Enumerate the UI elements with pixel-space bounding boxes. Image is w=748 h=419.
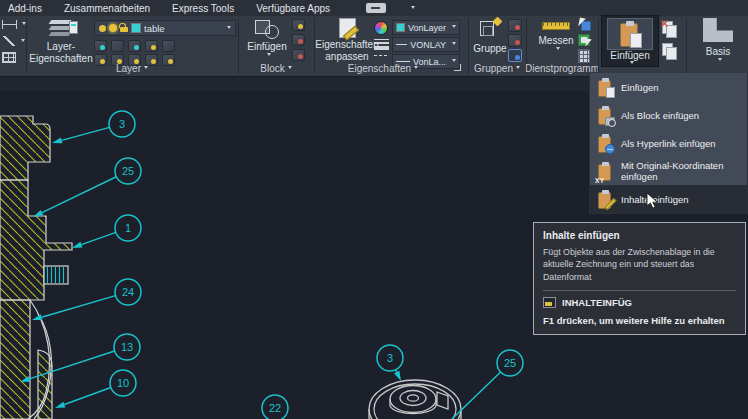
measure-button[interactable]: Messen	[534, 22, 578, 52]
layer-tool-icon[interactable]	[94, 40, 107, 52]
paste-button[interactable]: Einfügen	[602, 16, 658, 66]
chevron-down-icon	[267, 53, 271, 58]
menu-item-paste-as-block[interactable]: Als Block einfügen	[590, 101, 747, 129]
chevron-down-icon[interactable]	[411, 6, 415, 11]
dimension-icon	[2, 20, 17, 29]
callout-label: 13	[121, 341, 133, 353]
block-tool-icon[interactable]	[292, 49, 305, 61]
ribbon-toggle-icon[interactable]	[366, 3, 386, 13]
tooltip-command: INHALTEINFÜG	[562, 297, 632, 308]
menu-item-express-tools[interactable]: Express Tools	[172, 3, 234, 14]
section-part	[0, 116, 72, 419]
clipboard-tools	[662, 21, 677, 58]
insert-block-icon	[254, 18, 280, 40]
group-button[interactable]: Gruppe	[472, 18, 508, 54]
menu-bar: Add-ins Zusammenarbeiten Express Tools V…	[0, 0, 748, 16]
layer-unlock-icon	[120, 27, 128, 32]
layer-color-swatch	[131, 23, 141, 33]
layer-tool-icon[interactable]	[111, 40, 124, 52]
base-solid-icon	[703, 18, 733, 42]
menu-item-collaborate[interactable]: Zusammenarbeiten	[64, 3, 150, 14]
paste-as-hyperlink-icon	[598, 134, 613, 153]
menu-item-paste-as-hyperlink[interactable]: Als Hyperlink einfügen	[590, 129, 747, 157]
chevron-down-icon	[414, 66, 418, 71]
callout-label: 3	[387, 352, 393, 364]
callout-label: 25	[122, 165, 134, 177]
ribbon: Layer- Eigenschaften table Layer	[0, 16, 748, 76]
layers-icon	[46, 18, 76, 40]
insert-block-button[interactable]: Einfügen	[244, 18, 290, 58]
paste-icon	[620, 21, 640, 47]
match-properties-icon	[339, 18, 356, 38]
paste-as-block-icon	[598, 106, 613, 125]
group-tools	[508, 19, 522, 62]
property-type-icons	[374, 21, 389, 63]
tooltip-help-hint: F1 drücken, um weitere Hilfe zu erhalten	[543, 315, 736, 326]
layer-tool-icon[interactable]	[128, 40, 141, 52]
leader-tool[interactable]	[2, 36, 25, 46]
paste-dropdown-menu: Einfügen Als Block einfügen Als Hyperlin…	[589, 73, 748, 214]
group-selection-toggle[interactable]	[508, 49, 522, 62]
callout-label: 10	[117, 377, 129, 389]
mouse-cursor-icon	[646, 193, 660, 210]
paste-icon	[598, 78, 613, 97]
layer-combo-value: table	[144, 23, 165, 34]
menu-item-paste-original-coordinates[interactable]: XY Mit Original-Koordinaten einfügen	[590, 157, 747, 185]
cylinder-part	[369, 380, 461, 419]
calculator-icon[interactable]	[578, 49, 590, 63]
tooltip-title: Inhalte einfügen	[543, 230, 736, 241]
panel-separator	[598, 18, 599, 74]
layer-on-icon	[99, 25, 106, 32]
chevron-down-icon	[516, 66, 520, 71]
menu-item-paste[interactable]: Einfügen	[590, 73, 747, 101]
lineweight-sample	[396, 44, 407, 45]
cut-icon[interactable]	[662, 21, 677, 36]
block-tool-icon[interactable]	[292, 34, 305, 46]
menu-item-addins[interactable]: Add-ins	[8, 3, 42, 14]
ungroup-icon[interactable]	[508, 19, 522, 32]
command-icon	[543, 297, 556, 308]
panel-separator	[686, 18, 687, 74]
utilities-panel-label[interactable]: Dienstprogramm	[526, 62, 598, 75]
layer-properties-button[interactable]: Layer- Eigenschaften	[30, 18, 92, 64]
block-panel-label[interactable]: Block	[238, 62, 314, 75]
object-color-dropdown[interactable]: VonLayer	[392, 20, 460, 35]
lineweight-icon[interactable]	[374, 39, 389, 50]
match-properties-button[interactable]: Eigenschaften anpassen	[318, 18, 376, 62]
group-edit-icon[interactable]	[508, 34, 522, 47]
layer-combo[interactable]: table	[94, 20, 236, 36]
block-tools	[292, 19, 305, 61]
dimension-tool[interactable]	[2, 20, 26, 29]
color-swatch	[396, 23, 405, 32]
callout-label: 25	[504, 357, 516, 369]
chevron-down-icon	[144, 66, 148, 71]
properties-panel-label[interactable]: Eigenschaften	[314, 62, 452, 75]
menu-item-paste-special[interactable]: Inhalte einfügen	[590, 185, 747, 213]
groups-panel-label[interactable]: Gruppen	[468, 62, 526, 75]
block-tool-icon[interactable]	[292, 19, 305, 31]
copy-icon[interactable]	[662, 43, 677, 58]
menu-item-available-apps[interactable]: Verfügbare Apps	[256, 3, 330, 14]
callout	[20, 111, 523, 419]
point-id-icon[interactable]	[578, 34, 590, 46]
group-icon	[478, 18, 502, 42]
callout-label: 22	[269, 402, 281, 414]
spark-icon	[493, 17, 503, 27]
table-tool[interactable]	[2, 52, 16, 63]
layer-tool-icon[interactable]	[145, 40, 158, 52]
base-button[interactable]: Basis	[692, 18, 744, 63]
layer-tool-icon[interactable]	[162, 40, 175, 52]
command-tooltip: Inhalte einfügen Fügt Objekte aus der Zw…	[533, 222, 746, 335]
chevron-down-icon	[556, 47, 560, 52]
ruler-icon	[542, 22, 570, 30]
paste-original-coordinates-icon: XY	[598, 162, 613, 181]
layer-thaw-icon	[109, 24, 117, 32]
quick-select-icon[interactable]	[578, 18, 591, 31]
color-wheel-icon[interactable]	[374, 21, 388, 35]
panel-launcher-icon[interactable]	[454, 64, 461, 71]
lineweight-dropdown[interactable]: VONLAY	[392, 37, 460, 52]
layer-panel-label[interactable]: Layer	[26, 62, 238, 75]
utility-tools	[578, 18, 591, 63]
chevron-down-icon	[227, 26, 231, 31]
autocad-window: 3 25 1 24 13 10 22 3 25 Add-ins Zusammen…	[0, 0, 748, 419]
